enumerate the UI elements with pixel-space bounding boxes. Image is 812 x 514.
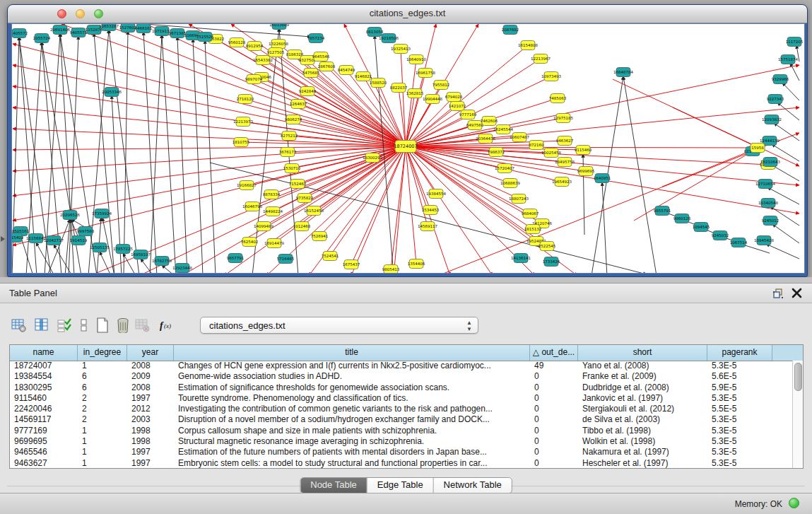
network-node[interactable]: 7152463	[289, 180, 307, 189]
network-node[interactable]: 10340548	[758, 199, 778, 208]
table-row[interactable]: 1456911722003Disruption of a novel membe…	[10, 414, 792, 425]
network-node[interactable]: 12975185	[553, 114, 573, 123]
network-node[interactable]: 18300295	[363, 153, 382, 163]
column-header-short[interactable]: short	[578, 345, 707, 361]
network-node[interactable]: 8912954	[246, 42, 264, 51]
network-node[interactable]: 7625402	[241, 238, 259, 247]
memory-status-icon[interactable]	[789, 498, 799, 508]
network-node[interactable]: 9127505	[267, 48, 285, 57]
float-window-icon[interactable]	[772, 288, 784, 299]
network-node[interactable]: 7462606	[481, 117, 498, 126]
network-node[interactable]: 11156842	[26, 234, 46, 243]
network-node[interactable]: 9699695	[577, 167, 595, 176]
network-node[interactable]: 7986372	[488, 148, 505, 157]
network-node[interactable]: 1094545	[693, 223, 710, 232]
network-node[interactable]: 1012468	[293, 222, 311, 231]
network-node[interactable]: 1421072	[449, 102, 466, 111]
network-node[interactable]: 10688639	[500, 179, 520, 188]
network-node[interactable]: 2867608	[318, 62, 336, 71]
network-node[interactable]: 12042737	[44, 236, 64, 245]
network-node[interactable]: 14099489	[254, 222, 273, 231]
network-node[interactable]: 10653287	[99, 24, 119, 31]
table-row[interactable]: 1830029562008Estimation of significance …	[10, 382, 792, 393]
network-node[interactable]: 9645546	[312, 52, 330, 62]
tab-edge-table[interactable]: Edge Table	[367, 478, 434, 493]
network-node[interactable]: 9146821	[355, 72, 372, 81]
network-node[interactable]: 15958	[751, 144, 765, 153]
new-table-icon[interactable]	[95, 317, 110, 333]
network-node[interactable]: 9855791	[654, 206, 671, 216]
horizontal-splitter[interactable]	[0, 277, 812, 283]
network-node[interactable]: 20364436	[476, 134, 495, 144]
network-node[interactable]: 4275212	[281, 132, 298, 141]
network-node[interactable]: 2522545	[539, 242, 556, 251]
column-header-in_degree[interactable]: in_degree	[78, 345, 127, 361]
network-node[interactable]: 1405572	[12, 29, 28, 38]
delete-rows-icon[interactable]	[115, 317, 131, 333]
table-row[interactable]: 1872400712008Changes of HCN gene express…	[10, 361, 792, 371]
network-node[interactable]: 9857791	[227, 254, 245, 263]
network-node[interactable]: 1675437	[343, 260, 360, 269]
network-node[interactable]: 9227343	[767, 95, 784, 104]
network-node[interactable]: 12213967	[531, 54, 551, 64]
network-node[interactable]: 10973493	[541, 72, 561, 81]
network-node[interactable]: 12710654	[755, 180, 775, 189]
network-node[interactable]: 19654923	[552, 177, 572, 187]
network-node[interactable]: 20206526	[60, 211, 80, 220]
network-node[interactable]: 16154808	[518, 41, 538, 50]
network-node[interactable]: 19218506	[379, 34, 399, 43]
network-node[interactable]: 8813054	[366, 28, 384, 37]
network-node[interactable]: 1530710	[283, 164, 301, 173]
network-node[interactable]: 10025458	[541, 148, 561, 158]
network-node[interactable]: 872160	[529, 141, 544, 150]
network-node[interactable]: 14136141	[511, 254, 531, 263]
network-node[interactable]: 7955812	[433, 81, 450, 90]
select-all-icon[interactable]	[57, 317, 72, 333]
network-node[interactable]: 12923448	[172, 264, 192, 273]
network-node[interactable]: 13226058	[269, 40, 288, 49]
network-node[interactable]: 20053346	[102, 88, 122, 97]
network-node[interactable]: 9405571	[70, 28, 88, 37]
network-node[interactable]: 10945428	[754, 236, 774, 245]
network-node[interactable]: 14498224	[263, 207, 283, 216]
network-node[interactable]: 1810755	[233, 138, 250, 147]
column-header-out_de[interactable]: △ out_de...	[530, 345, 578, 361]
table-row[interactable]: 969969511998Structural magnetic resonanc…	[10, 436, 792, 447]
network-node[interactable]: 18724007	[394, 141, 417, 153]
network-node[interactable]: 9735822	[296, 194, 314, 203]
column-header-name[interactable]: name	[10, 345, 78, 361]
network-node[interactable]: 8878334	[263, 190, 281, 199]
network-node[interactable]: 12093832	[762, 115, 782, 124]
network-node[interactable]: 1588520	[370, 78, 387, 88]
network-node[interactable]: 9997588	[77, 227, 95, 236]
network-node[interactable]: 7515526	[196, 33, 214, 42]
network-node[interactable]: 7857234	[307, 34, 325, 43]
table-selector-dropdown[interactable]: citations_edges.txt ▲▼	[200, 317, 478, 334]
network-node[interactable]: 1733426	[543, 257, 560, 267]
network-node[interactable]: 9806274	[285, 115, 302, 124]
network-canvas[interactable]: 7663822956012889129541322605891275058186…	[11, 23, 805, 274]
network-node[interactable]: 18807243	[509, 194, 529, 204]
network-node[interactable]: 19384554	[426, 189, 446, 199]
network-node[interactable]: 14569117	[418, 222, 437, 231]
network-node[interactable]: 16958107	[131, 250, 151, 259]
tab-node-table[interactable]: Node Table	[300, 478, 367, 493]
show-column-icon[interactable]	[34, 317, 49, 333]
network-node[interactable]: 9777169	[459, 110, 477, 119]
network-node[interactable]: 19166827	[237, 181, 257, 190]
network-node[interactable]: 9329966	[772, 75, 789, 84]
network-node[interactable]: 16914479	[264, 239, 284, 248]
network-node[interactable]: 7485063	[549, 94, 567, 103]
network-node[interactable]: 16543382	[253, 56, 273, 65]
network-node[interactable]: 12505135	[90, 243, 110, 252]
network-node[interactable]: 1362815	[406, 89, 424, 98]
network-node[interactable]: 1815132	[524, 225, 542, 234]
unselect-all-icon[interactable]	[76, 317, 92, 333]
network-node[interactable]: 16782759	[152, 257, 172, 266]
delete-table-icon[interactable]	[135, 317, 151, 333]
network-node[interactable]: 1067514	[730, 238, 748, 247]
network-node[interactable]: 9245012	[762, 216, 779, 226]
network-node[interactable]: 16961758	[416, 69, 435, 78]
window-titlebar[interactable]: citations_edges.txt	[8, 5, 807, 23]
network-node[interactable]: 1527602	[119, 24, 137, 33]
